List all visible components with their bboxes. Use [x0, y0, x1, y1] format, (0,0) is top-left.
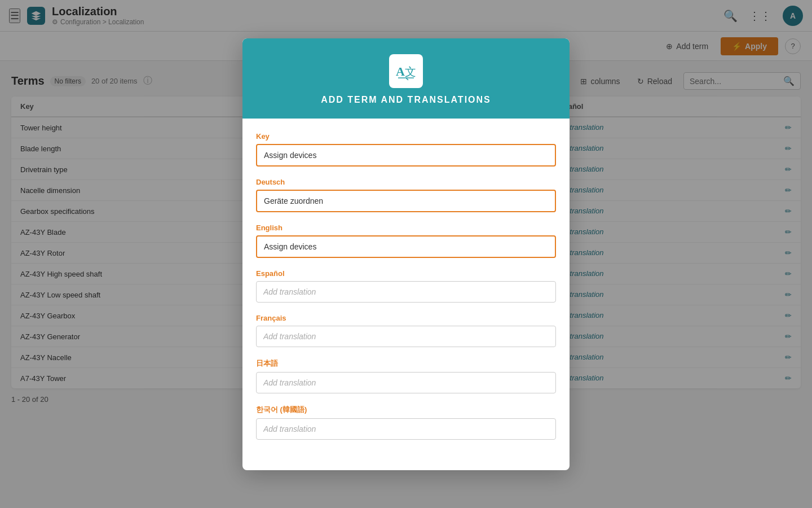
field-group-key: Key	[256, 132, 556, 167]
field-label-deutsch: Deutsch	[256, 178, 556, 186]
modal-header: A 文 ADD TERM AND TRANSLATIONS	[242, 38, 570, 119]
modal-footer: Cancel Save	[242, 465, 570, 470]
field-group-deutsch: Deutsch	[256, 178, 556, 212]
field-input-espanol[interactable]	[256, 281, 556, 303]
translation-icon: A 文	[396, 62, 416, 80]
field-input-deutsch[interactable]	[256, 190, 556, 212]
field-group-english: English	[256, 224, 556, 258]
add-term-modal: A 文 ADD TERM AND TRANSLATIONS KeyDeutsch…	[242, 38, 570, 470]
field-label-francais: Français	[256, 314, 556, 322]
modal-header-icon: A 文	[389, 54, 423, 88]
field-input-english[interactable]	[256, 235, 556, 258]
svg-text:文: 文	[405, 65, 416, 78]
field-group-espanol: Español	[256, 269, 556, 303]
field-label-japanese: 日本語	[256, 358, 556, 369]
svg-text:A: A	[396, 64, 405, 78]
field-input-francais[interactable]	[256, 326, 556, 347]
field-label-espanol: Español	[256, 269, 556, 278]
field-group-korean: 한국어 (韓國語)	[256, 405, 556, 440]
modal-title: ADD TERM AND TRANSLATIONS	[256, 95, 556, 105]
field-group-francais: Français	[256, 314, 556, 347]
field-input-key[interactable]	[256, 144, 556, 167]
field-label-key: Key	[256, 132, 556, 141]
field-group-japanese: 日本語	[256, 358, 556, 393]
modal-overlay[interactable]: A 文 ADD TERM AND TRANSLATIONS KeyDeutsch…	[0, 0, 812, 508]
field-label-korean: 한국어 (韓國語)	[256, 405, 556, 415]
modal-body: KeyDeutschEnglishEspañolFrançais日本語한국어 (…	[242, 119, 570, 465]
field-input-japanese[interactable]	[256, 372, 556, 393]
field-input-korean[interactable]	[256, 418, 556, 440]
field-label-english: English	[256, 224, 556, 232]
